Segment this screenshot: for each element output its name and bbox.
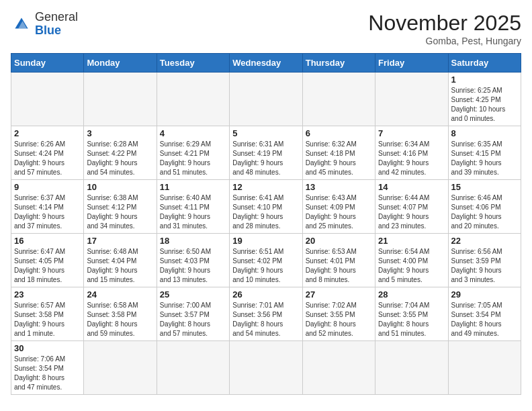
day-info: Sunrise: 6:58 AM Sunset: 3:58 PM Dayligh…	[87, 301, 153, 338]
logo-icon	[11, 13, 32, 35]
weekday-header: Saturday	[448, 54, 521, 73]
day-info: Sunrise: 6:31 AM Sunset: 4:19 PM Dayligh…	[232, 140, 299, 177]
day-info: Sunrise: 6:43 AM Sunset: 4:09 PM Dayligh…	[306, 193, 372, 231]
day-number: 29	[451, 289, 518, 300]
calendar-cell: 19Sunrise: 6:51 AM Sunset: 4:02 PM Dayli…	[230, 234, 302, 287]
calendar-week-row: 30Sunrise: 7:06 AM Sunset: 3:54 PM Dayli…	[11, 341, 521, 395]
day-info: Sunrise: 6:50 AM Sunset: 4:03 PM Dayligh…	[160, 247, 226, 285]
logo-text: General Blue	[35, 11, 78, 38]
day-number: 19	[232, 236, 299, 246]
calendar-cell: 6Sunrise: 6:32 AM Sunset: 4:18 PM Daylig…	[302, 126, 375, 180]
calendar-cell: 20Sunrise: 6:53 AM Sunset: 4:01 PM Dayli…	[302, 234, 375, 287]
calendar-week-row: 23Sunrise: 6:57 AM Sunset: 3:58 PM Dayli…	[11, 287, 521, 341]
day-info: Sunrise: 6:26 AM Sunset: 4:24 PM Dayligh…	[14, 140, 81, 177]
weekday-header: Monday	[84, 54, 157, 73]
calendar-cell: 17Sunrise: 6:48 AM Sunset: 4:04 PM Dayli…	[84, 234, 157, 287]
calendar-week-row: 2Sunrise: 6:26 AM Sunset: 4:24 PM Daylig…	[11, 126, 521, 180]
logo-blue: Blue	[35, 24, 61, 37]
calendar-cell	[230, 73, 302, 126]
calendar-cell: 3Sunrise: 6:28 AM Sunset: 4:22 PM Daylig…	[84, 126, 157, 180]
day-info: Sunrise: 6:35 AM Sunset: 4:15 PM Dayligh…	[451, 140, 518, 177]
day-info: Sunrise: 6:44 AM Sunset: 4:07 PM Dayligh…	[378, 193, 445, 231]
calendar-cell	[157, 341, 229, 395]
calendar-cell: 28Sunrise: 7:04 AM Sunset: 3:55 PM Dayli…	[375, 287, 448, 341]
day-number: 8	[451, 128, 518, 138]
day-info: Sunrise: 7:05 AM Sunset: 3:54 PM Dayligh…	[451, 301, 518, 338]
day-number: 12	[232, 182, 299, 192]
month-title: November 2025	[368, 11, 521, 36]
calendar-cell: 1Sunrise: 6:25 AM Sunset: 4:25 PM Daylig…	[448, 73, 521, 126]
day-number: 22	[451, 236, 518, 246]
day-info: Sunrise: 6:32 AM Sunset: 4:18 PM Dayligh…	[306, 140, 372, 177]
day-info: Sunrise: 6:29 AM Sunset: 4:21 PM Dayligh…	[160, 140, 226, 177]
day-info: Sunrise: 6:37 AM Sunset: 4:14 PM Dayligh…	[14, 193, 81, 231]
calendar-cell: 7Sunrise: 6:34 AM Sunset: 4:16 PM Daylig…	[375, 126, 448, 180]
day-number: 27	[306, 289, 372, 300]
day-number: 30	[14, 343, 81, 353]
day-number: 6	[306, 128, 372, 138]
calendar-cell: 8Sunrise: 6:35 AM Sunset: 4:15 PM Daylig…	[448, 126, 521, 180]
day-info: Sunrise: 6:40 AM Sunset: 4:11 PM Dayligh…	[160, 193, 226, 231]
calendar-cell	[302, 341, 375, 395]
calendar-cell	[11, 73, 84, 126]
day-number: 26	[232, 289, 299, 300]
calendar-cell: 30Sunrise: 7:06 AM Sunset: 3:54 PM Dayli…	[11, 341, 84, 395]
day-info: Sunrise: 6:28 AM Sunset: 4:22 PM Dayligh…	[87, 140, 153, 177]
calendar-cell: 14Sunrise: 6:44 AM Sunset: 4:07 PM Dayli…	[375, 180, 448, 234]
day-number: 4	[160, 128, 226, 138]
weekday-header: Sunday	[11, 54, 84, 73]
calendar-cell	[302, 73, 375, 126]
day-info: Sunrise: 6:53 AM Sunset: 4:01 PM Dayligh…	[306, 247, 372, 285]
logo: General Blue	[11, 11, 78, 38]
calendar-week-row: 16Sunrise: 6:47 AM Sunset: 4:05 PM Dayli…	[11, 234, 521, 287]
weekday-header: Wednesday	[230, 54, 302, 73]
day-number: 5	[232, 128, 299, 138]
calendar-cell: 22Sunrise: 6:56 AM Sunset: 3:59 PM Dayli…	[448, 234, 521, 287]
weekday-header: Tuesday	[157, 54, 229, 73]
day-number: 17	[87, 236, 153, 246]
day-number: 24	[87, 289, 153, 300]
day-number: 2	[14, 128, 81, 138]
calendar-table: SundayMondayTuesdayWednesdayThursdayFrid…	[11, 53, 521, 395]
day-number: 11	[160, 182, 226, 192]
day-info: Sunrise: 6:38 AM Sunset: 4:12 PM Dayligh…	[87, 193, 153, 231]
calendar-week-row: 1Sunrise: 6:25 AM Sunset: 4:25 PM Daylig…	[11, 73, 521, 126]
title-block: November 2025 Gomba, Pest, Hungary	[368, 11, 521, 46]
calendar-cell	[157, 73, 229, 126]
calendar-cell	[448, 341, 521, 395]
day-info: Sunrise: 6:46 AM Sunset: 4:06 PM Dayligh…	[451, 193, 518, 231]
day-info: Sunrise: 6:56 AM Sunset: 3:59 PM Dayligh…	[451, 247, 518, 285]
day-number: 10	[87, 182, 153, 192]
day-number: 21	[378, 236, 445, 246]
calendar-cell: 12Sunrise: 6:41 AM Sunset: 4:10 PM Dayli…	[230, 180, 302, 234]
day-number: 20	[306, 236, 372, 246]
calendar-cell: 26Sunrise: 7:01 AM Sunset: 3:56 PM Dayli…	[230, 287, 302, 341]
calendar-cell	[375, 73, 448, 126]
day-info: Sunrise: 6:41 AM Sunset: 4:10 PM Dayligh…	[232, 193, 299, 231]
day-info: Sunrise: 6:47 AM Sunset: 4:05 PM Dayligh…	[14, 247, 81, 285]
calendar-week-row: 9Sunrise: 6:37 AM Sunset: 4:14 PM Daylig…	[11, 180, 521, 234]
calendar-cell	[230, 341, 302, 395]
day-number: 1	[451, 75, 518, 85]
calendar-cell: 11Sunrise: 6:40 AM Sunset: 4:11 PM Dayli…	[157, 180, 229, 234]
day-number: 28	[378, 289, 445, 300]
day-info: Sunrise: 6:54 AM Sunset: 4:00 PM Dayligh…	[378, 247, 445, 285]
calendar-cell: 25Sunrise: 7:00 AM Sunset: 3:57 PM Dayli…	[157, 287, 229, 341]
day-info: Sunrise: 7:01 AM Sunset: 3:56 PM Dayligh…	[232, 301, 299, 338]
day-number: 14	[378, 182, 445, 192]
calendar-cell	[84, 341, 157, 395]
day-info: Sunrise: 6:57 AM Sunset: 3:58 PM Dayligh…	[14, 301, 81, 338]
day-number: 15	[451, 182, 518, 192]
calendar-cell: 27Sunrise: 7:02 AM Sunset: 3:55 PM Dayli…	[302, 287, 375, 341]
day-number: 16	[14, 236, 81, 246]
weekday-header: Thursday	[302, 54, 375, 73]
calendar-cell: 21Sunrise: 6:54 AM Sunset: 4:00 PM Dayli…	[375, 234, 448, 287]
calendar-cell: 4Sunrise: 6:29 AM Sunset: 4:21 PM Daylig…	[157, 126, 229, 180]
day-info: Sunrise: 6:48 AM Sunset: 4:04 PM Dayligh…	[87, 247, 153, 285]
calendar-cell: 24Sunrise: 6:58 AM Sunset: 3:58 PM Dayli…	[84, 287, 157, 341]
weekday-header: Friday	[375, 54, 448, 73]
calendar-cell: 29Sunrise: 7:05 AM Sunset: 3:54 PM Dayli…	[448, 287, 521, 341]
calendar-cell: 13Sunrise: 6:43 AM Sunset: 4:09 PM Dayli…	[302, 180, 375, 234]
calendar-cell: 9Sunrise: 6:37 AM Sunset: 4:14 PM Daylig…	[11, 180, 84, 234]
calendar-cell: 23Sunrise: 6:57 AM Sunset: 3:58 PM Dayli…	[11, 287, 84, 341]
